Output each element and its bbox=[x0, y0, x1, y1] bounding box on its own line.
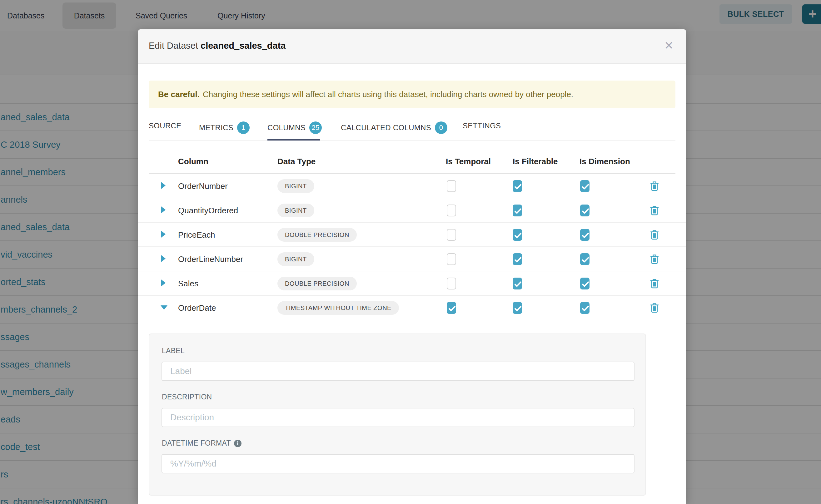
delete-column-icon[interactable] bbox=[650, 254, 659, 266]
tab-count-badge: 1 bbox=[237, 121, 250, 134]
tab-count-badge: 25 bbox=[309, 121, 322, 134]
delete-column-icon[interactable] bbox=[650, 278, 659, 290]
column-header-is-filterable: Is Filterable bbox=[513, 157, 558, 166]
data-type-pill: TIMESTAMP WITHOUT TIME ZONE bbox=[277, 301, 399, 315]
expand-caret-icon[interactable] bbox=[161, 305, 167, 310]
expand-caret-icon[interactable] bbox=[161, 182, 166, 189]
warning-banner-bold: Be careful. bbox=[158, 90, 200, 99]
modal-close-button[interactable]: ✕ bbox=[664, 40, 674, 51]
is-dimension-checkbox[interactable] bbox=[580, 180, 590, 192]
delete-column-icon[interactable] bbox=[650, 205, 659, 217]
is-filterable-checkbox[interactable] bbox=[513, 278, 522, 289]
modal-title-prefix: Edit Dataset bbox=[149, 41, 200, 51]
delete-column-icon[interactable] bbox=[650, 230, 659, 241]
data-type-pill: BIGINT bbox=[277, 204, 314, 217]
delete-column-icon[interactable] bbox=[650, 181, 659, 193]
modal-title: Edit Dataset cleaned_sales_data bbox=[149, 41, 286, 51]
is-dimension-checkbox[interactable] bbox=[580, 278, 590, 289]
is-filterable-checkbox[interactable] bbox=[513, 205, 522, 216]
is-temporal-checkbox[interactable] bbox=[447, 229, 456, 241]
is-filterable-checkbox[interactable] bbox=[513, 302, 522, 314]
is-dimension-checkbox[interactable] bbox=[580, 253, 590, 265]
column-header-column: Column bbox=[178, 157, 208, 166]
modal-tabs: SOURCEMETRICS1COLUMNS25CALCULATED COLUMN… bbox=[149, 118, 675, 140]
tab-source[interactable]: SOURCE bbox=[149, 121, 181, 130]
column-row: OrderDate TIMESTAMP WITHOUT TIME ZONE bbox=[138, 296, 686, 320]
column-row: QuantityOrdered BIGINT bbox=[138, 198, 686, 223]
is-dimension-checkbox[interactable] bbox=[580, 302, 590, 314]
data-type-pill: BIGINT bbox=[277, 252, 314, 266]
tab-metrics[interactable]: METRICS1 bbox=[199, 121, 250, 134]
is-filterable-checkbox[interactable] bbox=[513, 253, 522, 265]
tab-calculated-columns[interactable]: CALCULATED COLUMNS0 bbox=[341, 121, 448, 134]
tab-label: SOURCE bbox=[149, 121, 181, 130]
is-dimension-checkbox[interactable] bbox=[580, 205, 590, 216]
column-row: PriceEach DOUBLE PRECISION bbox=[138, 223, 686, 247]
columns-table-header: ColumnData TypeIs TemporalIs FilterableI… bbox=[138, 151, 686, 173]
column-row: OrderNumber BIGINT bbox=[138, 174, 686, 198]
is-dimension-checkbox[interactable] bbox=[580, 229, 590, 241]
expand-caret-icon[interactable] bbox=[161, 255, 166, 262]
column-header-data-type: Data Type bbox=[277, 157, 315, 166]
data-type-pill: BIGINT bbox=[277, 179, 314, 193]
tab-label: CALCULATED COLUMNS bbox=[341, 123, 431, 132]
edit-dataset-modal: Edit Dataset cleaned_sales_data Be caref… bbox=[138, 29, 686, 504]
warning-banner-text: Changing these settings will affect all … bbox=[203, 90, 573, 99]
description-field-heading: DESCRIPTION bbox=[162, 393, 212, 401]
is-temporal-checkbox[interactable] bbox=[447, 180, 456, 192]
column-row: OrderLineNumber BIGINT bbox=[138, 247, 686, 271]
datetime-format-input[interactable] bbox=[161, 454, 635, 473]
tabs-divider bbox=[149, 140, 675, 141]
delete-column-icon[interactable] bbox=[650, 303, 659, 314]
column-name: OrderNumber bbox=[178, 181, 228, 191]
column-name: QuantityOrdered bbox=[178, 206, 238, 215]
tab-label: METRICS bbox=[199, 123, 233, 132]
column-header-is-temporal: Is Temporal bbox=[446, 157, 491, 166]
modal-header: Edit Dataset cleaned_sales_data bbox=[138, 29, 686, 64]
tab-label: SETTINGS bbox=[463, 121, 501, 130]
label-input[interactable] bbox=[161, 362, 635, 381]
is-temporal-checkbox[interactable] bbox=[447, 253, 456, 265]
tab-settings[interactable]: SETTINGS bbox=[463, 121, 501, 130]
is-filterable-checkbox[interactable] bbox=[513, 180, 522, 192]
label-field-heading: LABEL bbox=[162, 347, 185, 355]
is-temporal-checkbox[interactable] bbox=[447, 302, 456, 314]
tab-count-badge: 0 bbox=[435, 121, 448, 134]
column-name: Sales bbox=[178, 279, 198, 289]
description-input[interactable] bbox=[161, 408, 635, 427]
modal-title-dataset-name: cleaned_sales_data bbox=[200, 41, 285, 51]
is-temporal-checkbox[interactable] bbox=[447, 278, 456, 289]
info-icon[interactable]: i bbox=[234, 440, 241, 447]
is-filterable-checkbox[interactable] bbox=[513, 229, 522, 241]
data-type-pill: DOUBLE PRECISION bbox=[277, 228, 357, 242]
tab-columns[interactable]: COLUMNS25 bbox=[267, 121, 322, 134]
column-detail-panel: LABEL DESCRIPTION DATETIME FORMAT i bbox=[149, 334, 646, 496]
expand-caret-icon[interactable] bbox=[161, 279, 166, 286]
column-name: PriceEach bbox=[178, 230, 215, 240]
column-name: OrderDate bbox=[178, 303, 216, 313]
warning-banner: Be careful. Changing these settings will… bbox=[149, 81, 675, 108]
column-row: Sales DOUBLE PRECISION bbox=[138, 271, 686, 296]
expand-caret-icon[interactable] bbox=[161, 206, 166, 213]
columns-table-body: OrderNumber BIGINT QuantityOrdered BIGIN… bbox=[138, 174, 686, 320]
column-name: OrderLineNumber bbox=[178, 254, 243, 264]
expand-caret-icon[interactable] bbox=[161, 231, 166, 238]
tab-label: COLUMNS bbox=[267, 123, 305, 132]
active-tab-underline bbox=[267, 139, 320, 141]
datetime-format-field-heading: DATETIME FORMAT i bbox=[162, 439, 241, 447]
data-type-pill: DOUBLE PRECISION bbox=[277, 277, 357, 290]
is-temporal-checkbox[interactable] bbox=[447, 205, 456, 216]
column-header-is-dimension: Is Dimension bbox=[580, 157, 630, 166]
